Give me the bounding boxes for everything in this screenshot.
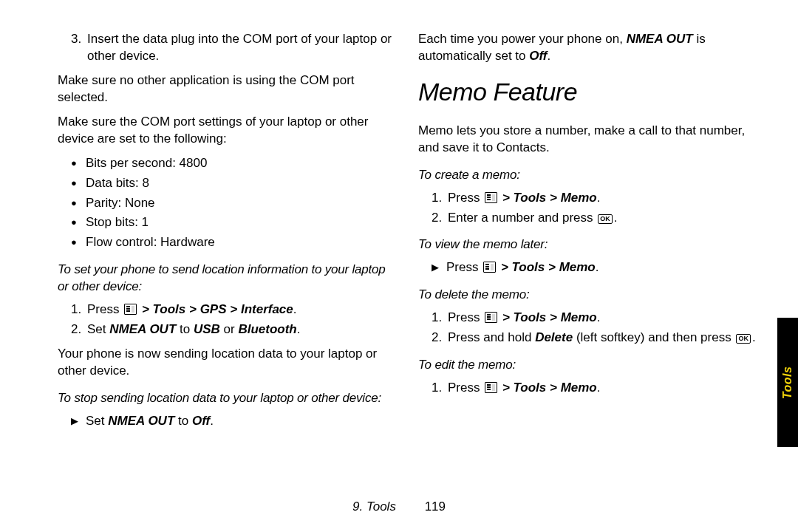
subheading: To delete the memo: [418,287,758,304]
step-text: Insert the data plug into the COM port o… [87,31,398,65]
text: . [752,330,756,344]
text: > Tools > Memo [499,381,597,395]
body-text: Each time you power your phone on, NMEA … [418,31,758,65]
body-text: Your phone is now sending location data … [58,346,398,380]
arrow-icon: ▶ [71,413,86,430]
text: USB [194,322,220,336]
list-item: ●Parity: None [71,195,398,212]
text: Press [448,310,483,324]
step-number: 2. [71,321,87,338]
ok-icon: OK [736,334,751,344]
step-text: Set NMEA OUT to USB or Bluetooth. [87,321,300,338]
text: . [597,381,601,395]
right-column: Each time you power your phone on, NMEA … [418,31,758,433]
text: Set [87,322,109,336]
text: Press [446,260,482,274]
list-item: ●Bits per second: 4800 [71,155,398,172]
body-text: Make sure no other application is using … [58,72,398,106]
subheading: To set your phone to send location infor… [58,262,398,296]
step-number: 1. [432,380,448,397]
side-tab-label: Tools [781,366,794,399]
step-number: 2. [432,330,448,347]
text: . [297,322,301,336]
step-number: 3. [71,31,87,65]
subheading: To view the memo later: [418,236,758,253]
text: Each time you power your phone on, [418,32,627,46]
text: NMEA OUT [109,322,176,336]
text: . [597,310,601,324]
list-item: 2. Enter a number and press OK. [432,210,758,227]
manual-page: 3. Insert the data plug into the COM por… [0,0,798,532]
menu-icon [485,192,497,203]
list-item: 1. Press > Tools > Memo. [432,190,758,207]
text: Press and hold [448,330,535,344]
page-number: 119 [425,499,446,514]
menu-icon [483,262,496,273]
text: . [596,260,599,274]
list-item: ▶ Press > Tools > Memo. [432,259,758,276]
list-item: 3. Insert the data plug into the COM por… [71,31,398,65]
text: . [597,191,601,205]
step-text: Press > Tools > Memo. [448,380,601,397]
step-text: Press and hold Delete (left softkey) and… [448,330,756,347]
step-text: Press > Tools > Memo. [448,310,601,327]
chapter-label: 9. Tools [352,499,396,514]
bullet-icon: ● [71,175,86,192]
text: Delete [535,330,573,344]
bullet-text: Flow control: Hardware [86,234,215,251]
list-item: 2. Set NMEA OUT to USB or Bluetooth. [71,321,398,338]
text: > Tools > Memo [499,310,597,324]
text: . [548,49,551,63]
text: . [614,211,618,225]
text: to [176,322,194,336]
bullet-text: Stop bits: 1 [86,214,149,231]
menu-icon [124,304,137,315]
text: NMEA OUT [627,32,693,46]
bullet-text: Bits per second: 4800 [86,155,207,172]
text: Press [87,302,123,316]
list-item: 1. Press > Tools > Memo. [432,310,758,327]
body-text: Make sure the COM port settings of your … [58,114,398,148]
bullet-text: Data bits: 8 [86,175,149,192]
step-text: Press > Tools > GPS > Interface. [87,301,297,318]
list-item: ▶ Set NMEA OUT to Off. [71,413,398,430]
text: Set [86,414,108,428]
list-item: 2. Press and hold Delete (left softkey) … [432,330,758,347]
list-item: ●Data bits: 8 [71,175,398,192]
subheading: To create a memo: [418,167,758,184]
step-number: 1. [432,190,448,207]
text: Enter a number and press [448,211,596,225]
subheading: To stop sending location data to your la… [58,390,398,407]
step-text: Set NMEA OUT to Off. [86,413,214,430]
step-number: 1. [71,301,87,318]
step-text: Enter a number and press OK. [448,210,618,227]
columns: 3. Insert the data plug into the COM por… [58,31,770,433]
bullet-text: Parity: None [86,195,155,212]
list-item: ●Flow control: Hardware [71,234,398,251]
page-footer: 9. Tools 119 [0,499,798,514]
text: Off [192,414,210,428]
bullet-icon: ● [71,214,86,231]
ok-icon: OK [598,214,613,224]
text: . [210,414,214,428]
text: Off [529,49,547,63]
left-column: 3. Insert the data plug into the COM por… [58,31,398,433]
list-item: 1. Press > Tools > Memo. [432,380,758,397]
body-text: Memo lets you store a number, make a cal… [418,123,758,157]
side-tab: Tools [777,318,798,447]
text: Bluetooth [238,322,296,336]
bullet-icon: ● [71,155,86,172]
text: Press [448,381,483,395]
step-text: Press > Tools > Memo. [446,259,599,276]
step-number: 1. [432,310,448,327]
arrow-icon: ▶ [432,259,446,276]
subheading: To edit the memo: [418,357,758,374]
step-number: 2. [432,210,448,227]
text: NMEA OUT [108,414,174,428]
text: to [174,414,192,428]
menu-icon [485,312,497,323]
step-text: Press > Tools > Memo. [448,190,601,207]
text: > Tools > Memo [497,260,596,274]
list-item: 1. Press > Tools > GPS > Interface. [71,301,398,318]
text: > Tools > Memo [499,191,597,205]
